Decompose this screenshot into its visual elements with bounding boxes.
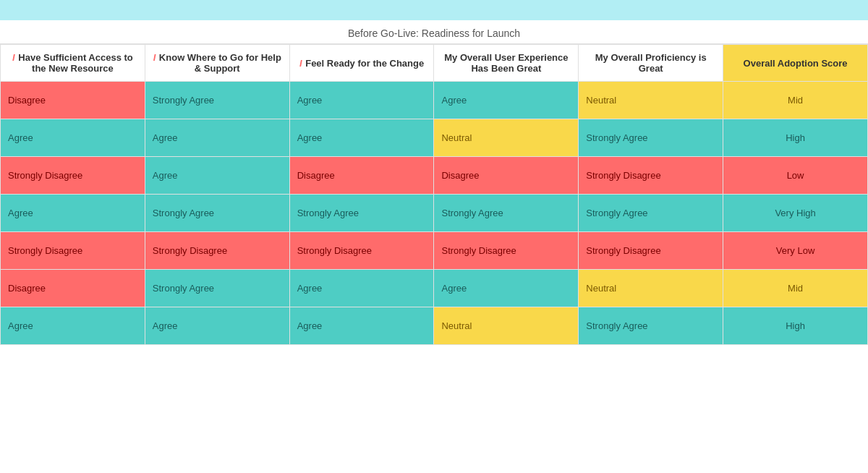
cell-r3-c5: Very High: [723, 195, 868, 232]
cell-r6-c1: Agree: [145, 307, 289, 345]
cell-r2-c4: Strongly Disagree: [579, 157, 723, 195]
cell-r6-c4: Strongly Agree: [579, 307, 723, 345]
cell-r1-c4: Strongly Agree: [579, 119, 723, 157]
cell-r2-c1: Agree: [145, 157, 289, 195]
cell-r5-c0: Disagree: [1, 270, 145, 307]
table-row: DisagreeStrongly AgreeAgreeAgreeNeutralM…: [1, 82, 868, 119]
col-header-col6: Overall Adoption Score: [723, 45, 868, 82]
title-text: Before Go-Live: Readiness for Launch: [348, 27, 520, 39]
cell-r3-c3: Strongly Agree: [434, 195, 579, 232]
cell-r1-c0: Agree: [1, 119, 145, 157]
cell-r0-c4: Neutral: [579, 82, 723, 119]
col-header-col2: I Know Where to Go for Help & Support: [145, 45, 289, 82]
table-row: AgreeAgreeAgreeNeutralStrongly AgreeHigh: [1, 119, 868, 157]
cell-r5-c4: Neutral: [579, 270, 723, 307]
cell-r4-c4: Strongly Disagree: [579, 232, 723, 270]
col-header-col3: I Feel Ready for the Change: [289, 45, 434, 82]
table-row: Strongly DisagreeAgreeDisagreeDisagreeSt…: [1, 157, 868, 195]
cell-r1-c2: Agree: [289, 119, 434, 157]
cell-r4-c3: Strongly Disagree: [434, 232, 579, 270]
readiness-table: I Have Sufficient Access to the New Reso…: [0, 44, 868, 345]
table-row: DisagreeStrongly AgreeAgreeAgreeNeutralM…: [1, 270, 868, 307]
table-row: AgreeStrongly AgreeStrongly AgreeStrongl…: [1, 195, 868, 232]
cell-r4-c2: Strongly Disagree: [289, 232, 434, 270]
cell-r6-c5: High: [723, 307, 868, 345]
cell-r5-c5: Mid: [723, 270, 868, 307]
page-title: Before Go-Live: Readiness for Launch: [0, 20, 868, 44]
col-header-col5: My Overall Proficiency is Great: [579, 45, 723, 82]
cell-r3-c1: Strongly Agree: [145, 195, 289, 232]
cell-r4-c0: Strongly Disagree: [1, 232, 145, 270]
cell-r1-c1: Agree: [145, 119, 289, 157]
cell-r3-c2: Strongly Agree: [289, 195, 434, 232]
cell-r6-c2: Agree: [289, 307, 434, 345]
table-row: AgreeAgreeAgreeNeutralStrongly AgreeHigh: [1, 307, 868, 345]
cell-r0-c1: Strongly Agree: [145, 82, 289, 119]
cell-r0-c3: Agree: [434, 82, 579, 119]
cell-r1-c3: Neutral: [434, 119, 579, 157]
col-header-col4: My Overall User Experience Has Been Grea…: [434, 45, 579, 82]
cell-r0-c0: Disagree: [1, 82, 145, 119]
cell-r2-c2: Disagree: [289, 157, 434, 195]
cell-r2-c5: Low: [723, 157, 868, 195]
table-row: Strongly DisagreeStrongly DisagreeStrong…: [1, 232, 868, 270]
cell-r5-c1: Strongly Agree: [145, 270, 289, 307]
cell-r5-c2: Agree: [289, 270, 434, 307]
cell-r4-c1: Strongly Disagree: [145, 232, 289, 270]
col-header-col1: I Have Sufficient Access to the New Reso…: [1, 45, 145, 82]
cell-r6-c0: Agree: [1, 307, 145, 345]
cell-r3-c4: Strongly Agree: [579, 195, 723, 232]
cell-r3-c0: Agree: [1, 195, 145, 232]
cell-r6-c3: Neutral: [434, 307, 579, 345]
cell-r2-c0: Strongly Disagree: [1, 157, 145, 195]
cell-r5-c3: Agree: [434, 270, 579, 307]
cell-r0-c5: Mid: [723, 82, 868, 119]
cell-r4-c5: Very Low: [723, 232, 868, 270]
cell-r2-c3: Disagree: [434, 157, 579, 195]
cell-r0-c2: Agree: [289, 82, 434, 119]
cell-r1-c5: High: [723, 119, 868, 157]
top-bar: [0, 0, 868, 20]
